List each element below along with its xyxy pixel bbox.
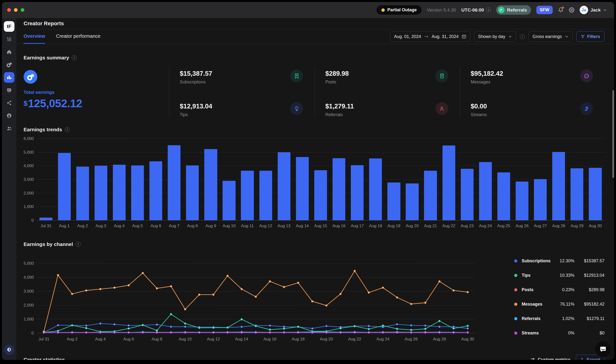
- shown-by-select[interactable]: Shown by day: [474, 31, 516, 42]
- sidebar-item-menu[interactable]: [4, 34, 14, 44]
- data-point-center: [128, 332, 129, 333]
- data-point-center: [171, 332, 171, 333]
- legend-percent: 0%: [551, 331, 574, 336]
- referrals-badge-label: Referrals: [507, 7, 527, 13]
- tab-creator-performance[interactable]: Creator performance: [56, 29, 101, 44]
- metric-info-icon[interactable]: i: [520, 34, 525, 39]
- x-axis-label: Aug 6: [150, 224, 161, 228]
- x-axis-label: Aug 24: [479, 224, 492, 228]
- settings-button[interactable]: [569, 7, 574, 13]
- legend-dot-icon: [514, 317, 517, 320]
- data-point-center: [284, 332, 284, 333]
- intercom-chat-button[interactable]: [595, 341, 611, 357]
- filters-label: Filters: [587, 34, 600, 39]
- date-from: Aug. 01, 2024: [394, 34, 421, 39]
- sfw-badge[interactable]: SFW: [536, 6, 553, 14]
- tab-overview[interactable]: Overview: [24, 29, 45, 44]
- sidebar-item-onlyfans[interactable]: [4, 59, 14, 70]
- bar: [369, 158, 382, 220]
- x-axis-label: Aug 26: [405, 337, 418, 342]
- page: Partial Outage Version 5.4.30 UTC-06:00 …: [0, 0, 616, 364]
- x-axis-label: Aug 1: [59, 224, 69, 228]
- legend-row[interactable]: Messages76.11%$95182.42: [514, 297, 604, 311]
- data-point-center: [383, 287, 383, 288]
- x-axis-label: Aug 28: [552, 224, 565, 228]
- minimize-window-button[interactable]: [14, 8, 18, 12]
- legend-row[interactable]: Tips10.33%$12913.04: [514, 268, 604, 283]
- data-point-center: [185, 309, 186, 310]
- earnings-trends-info-icon[interactable]: i: [65, 127, 70, 132]
- data-point-center: [185, 326, 186, 327]
- vertical-scrollbar[interactable]: [612, 90, 614, 178]
- data-point-center: [185, 323, 186, 324]
- data-point-center: [368, 329, 369, 329]
- sidebar-item-home[interactable]: [4, 47, 14, 57]
- zoom-window-button[interactable]: [21, 8, 24, 12]
- channel-legend: Subscriptions12.30%$15387.57Tips10.33%$1…: [514, 254, 604, 340]
- sidebar-item-reports[interactable]: [4, 85, 14, 95]
- metric-select[interactable]: Gross earnings: [528, 31, 573, 42]
- data-point-center: [86, 290, 87, 291]
- summary-column-1: $15,387.57 Subscriptions $12,913.04 Tips: [169, 66, 314, 118]
- calendar-icon: [462, 34, 466, 39]
- legend-name: Tips: [522, 273, 551, 278]
- filters-button[interactable]: Filters: [576, 31, 604, 42]
- custom-metrics-button[interactable]: Custom metrics: [530, 357, 571, 360]
- sidebar-item-team[interactable]: [4, 123, 14, 134]
- x-axis-tick: [339, 220, 339, 222]
- legend-amount: $12913.04: [574, 273, 604, 278]
- y-axis-label: 0: [24, 331, 34, 336]
- data-point-center: [298, 332, 299, 333]
- legend-percent: 10.33%: [551, 273, 574, 278]
- traffic-lights: [7, 8, 24, 12]
- x-axis-tick: [357, 220, 358, 222]
- x-axis-label: Aug 12: [207, 337, 220, 342]
- arrow-right-icon: [424, 35, 429, 38]
- stat-value: $0.00: [471, 103, 487, 110]
- stat-referrals: $1,279.11 Referrals: [325, 103, 354, 117]
- creator-statistics-title: Creator statistics: [24, 357, 65, 360]
- legend-row[interactable]: Streams0%$0: [514, 326, 604, 340]
- data-point-center: [227, 332, 228, 333]
- x-axis-label: Aug 22: [442, 224, 455, 228]
- sidebar-item-analytics[interactable]: [4, 72, 14, 83]
- close-window-button[interactable]: [7, 8, 11, 12]
- tabbar: Overview Creator performance Aug. 01, 20…: [16, 29, 614, 44]
- version-label: Version 5.4.30: [427, 7, 456, 13]
- stat-streams: $0.00 Streams: [471, 103, 487, 117]
- summary-column-2: $289.98 Posts $1,279.11 Referrals: [314, 66, 460, 118]
- stat-label: Referrals: [325, 112, 354, 117]
- x-axis-tick: [247, 220, 248, 222]
- app-logo[interactable]: IF: [4, 21, 14, 32]
- sidebar-item-share[interactable]: [4, 98, 14, 108]
- sidebar-item-profile[interactable]: [4, 110, 14, 121]
- timezone-info-icon[interactable]: i: [486, 7, 491, 13]
- data-point-center: [340, 328, 341, 329]
- data-point-center: [397, 324, 397, 325]
- notifications-button[interactable]: [558, 7, 563, 13]
- status-warning-dot-icon: [381, 8, 385, 12]
- earnings-summary-info-icon[interactable]: i: [72, 55, 77, 60]
- export-label: Export: [587, 357, 600, 360]
- stat-posts: $289.98 Posts: [325, 70, 349, 85]
- x-axis-tick: [412, 220, 413, 222]
- avatar: Ja: [580, 6, 588, 14]
- earnings-by-channel-info-icon[interactable]: i: [76, 242, 80, 247]
- data-point-center: [128, 328, 129, 329]
- data-point-center: [354, 332, 355, 333]
- stat-value: $12,913.04: [180, 103, 212, 110]
- legend-row[interactable]: Posts0.23%$289.98: [514, 283, 604, 297]
- data-point-center: [284, 328, 284, 329]
- support-chat-button[interactable]: [4, 345, 14, 355]
- legend-row[interactable]: Subscriptions12.30%$15387.57: [514, 254, 604, 268]
- bar: [406, 183, 418, 220]
- custom-metrics-label: Custom metrics: [538, 357, 571, 360]
- data-point-center: [383, 327, 383, 327]
- user-menu[interactable]: Ja Jack: [580, 6, 607, 14]
- status-badge[interactable]: Partial Outage: [376, 5, 422, 15]
- date-range-picker[interactable]: Aug. 01, 2024 Aug. 31, 2024: [390, 31, 470, 42]
- legend-dot-icon: [514, 303, 517, 306]
- referrals-badge[interactable]: Referrals: [496, 5, 531, 15]
- stat-label: Tips: [180, 112, 212, 117]
- legend-row[interactable]: Referrals1.02%$1279.11: [514, 311, 604, 326]
